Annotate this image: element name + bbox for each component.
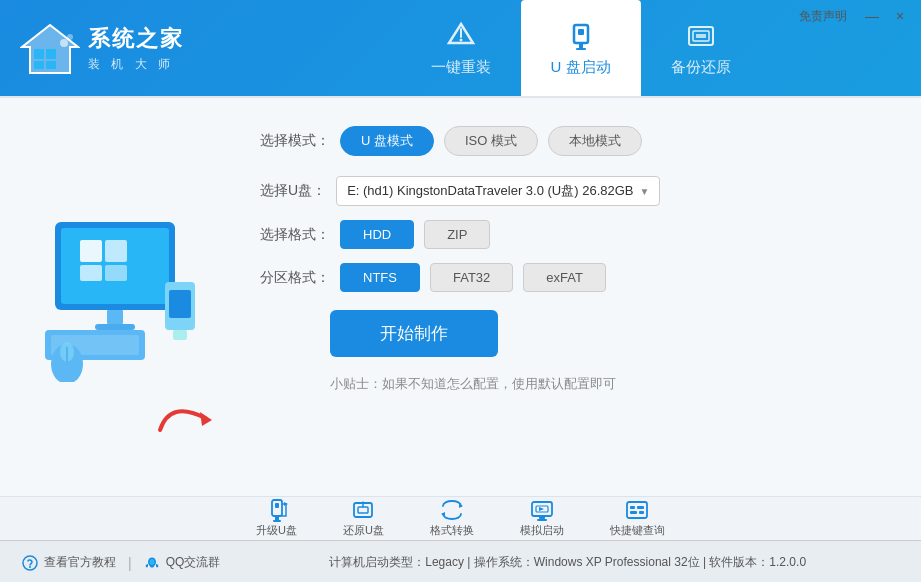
svg-point-55 [29, 566, 31, 568]
svg-rect-2 [46, 49, 56, 59]
format-convert-label: 格式转换 [430, 523, 474, 538]
svg-point-9 [459, 38, 462, 41]
upgrade-usb-label: 升级U盘 [256, 523, 297, 538]
usb-select-arrow: ▼ [640, 186, 650, 197]
svg-rect-16 [696, 34, 706, 38]
logo-text: 系统之家 装 机 大 师 [88, 24, 184, 73]
svg-rect-36 [275, 516, 279, 520]
svg-rect-51 [637, 506, 644, 509]
svg-rect-49 [627, 502, 647, 518]
partition-format-row: 分区格式： NTFS FAT32 exFAT [260, 263, 881, 292]
logo-icon [20, 21, 80, 76]
logo-area: 系统之家 装 机 大 师 [0, 21, 240, 76]
svg-rect-48 [537, 519, 547, 521]
qq-group-link[interactable]: QQ交流群 [136, 554, 229, 571]
upgrade-usb-icon [263, 499, 291, 521]
svg-point-57 [149, 559, 154, 565]
svg-rect-52 [630, 511, 637, 514]
partition-exfat-btn[interactable]: exFAT [523, 263, 606, 292]
svg-rect-21 [80, 265, 102, 281]
usb-select[interactable]: E: (hd1) KingstonDataTraveler 3.0 (U盘) 2… [336, 176, 660, 206]
mode-usb-btn[interactable]: U 盘模式 [340, 126, 434, 156]
start-button-row: 开始制作 [260, 310, 881, 357]
svg-rect-50 [630, 506, 635, 509]
svg-rect-29 [173, 330, 187, 340]
tab-reinstall[interactable]: 一键重装 [401, 0, 521, 96]
shortcut-icon [623, 499, 651, 521]
illustration-area [0, 98, 240, 496]
tab-reinstall-label: 一键重装 [431, 58, 491, 77]
usb-label: 选择U盘： [260, 182, 326, 200]
partition-label: 分区格式： [260, 269, 330, 287]
svg-rect-3 [34, 61, 44, 69]
mode-local-btn[interactable]: 本地模式 [548, 126, 642, 156]
tab-usb[interactable]: U 盘启动 [521, 0, 641, 96]
mode-label: 选择模式： [260, 132, 330, 150]
svg-rect-23 [107, 310, 123, 324]
format-zip-btn[interactable]: ZIP [424, 220, 490, 249]
title-bar: 免责声明 — × [791, 0, 921, 32]
reinstall-icon [443, 20, 479, 52]
tutorial-link[interactable]: 查看官方教程 [14, 554, 124, 571]
usb-tab-icon [563, 20, 599, 52]
shortcut-label: 快捷键查询 [610, 523, 665, 538]
sim-boot-icon [528, 499, 556, 521]
svg-rect-35 [275, 503, 279, 508]
tip-text: 小贴士：如果不知道怎么配置，使用默认配置即可 [260, 375, 881, 393]
svg-point-6 [67, 34, 73, 40]
format-hdd-btn[interactable]: HDD [340, 220, 414, 249]
svg-rect-22 [105, 265, 127, 281]
partition-ntfs-btn[interactable]: NTFS [340, 263, 420, 292]
svg-rect-11 [578, 29, 584, 35]
partition-fat32-btn[interactable]: FAT32 [430, 263, 513, 292]
svg-rect-13 [576, 48, 586, 50]
svg-point-5 [60, 39, 68, 47]
backup-icon [683, 20, 719, 52]
tutorial-icon [22, 555, 38, 571]
main-content: 选择模式： U 盘模式 ISO 模式 本地模式 选择U盘： E: (hd1) K… [0, 98, 921, 496]
tab-backup[interactable]: 备份还原 [641, 0, 761, 96]
tutorial-text: 查看官方教程 [44, 554, 116, 571]
mode-iso-btn[interactable]: ISO 模式 [444, 126, 538, 156]
toolbar-sim-boot[interactable]: 模拟启动 [512, 495, 572, 542]
toolbar-restore-usb[interactable]: 还原U盘 [335, 495, 392, 542]
disclaimer-btn[interactable]: 免责声明 [799, 8, 847, 25]
toolbar-upgrade-usb[interactable]: 升级U盘 [248, 495, 305, 542]
arrow-indicator [150, 390, 230, 444]
logo-subtitle: 装 机 大 师 [88, 56, 184, 73]
svg-rect-53 [639, 511, 644, 514]
usb-select-value: E: (hd1) KingstonDataTraveler 3.0 (U盘) 2… [347, 182, 633, 200]
svg-rect-19 [80, 240, 102, 262]
format-type-label: 选择格式： [260, 226, 330, 244]
status-info: 计算机启动类型：Legacy | 操作系统：Windows XP Profess… [228, 554, 907, 571]
qq-icon [144, 555, 160, 571]
close-button[interactable]: × [887, 6, 913, 26]
logo-title: 系统之家 [88, 24, 184, 54]
computer-illustration [25, 212, 215, 382]
minimize-button[interactable]: — [859, 6, 885, 26]
svg-rect-40 [358, 507, 368, 513]
header: 系统之家 装 机 大 师 一键重装 [0, 0, 921, 96]
usb-drive-row: 选择U盘： E: (hd1) KingstonDataTraveler 3.0 … [260, 176, 881, 206]
restore-usb-label: 还原U盘 [343, 523, 384, 538]
content-panel: 选择模式： U 盘模式 ISO 模式 本地模式 选择U盘： E: (hd1) K… [240, 98, 921, 496]
svg-rect-28 [169, 290, 191, 318]
svg-rect-1 [34, 49, 44, 59]
format-convert-icon [438, 499, 466, 521]
svg-rect-37 [273, 520, 281, 522]
sim-boot-label: 模拟启动 [520, 523, 564, 538]
status-bar: 查看官方教程 | QQ交流群 计算机启动类型：Legacy | 操作系统：Win… [0, 540, 921, 582]
svg-marker-46 [539, 507, 544, 511]
svg-rect-12 [579, 43, 583, 48]
start-button[interactable]: 开始制作 [330, 310, 498, 357]
toolbar-shortcut[interactable]: 快捷键查询 [602, 495, 673, 542]
svg-rect-24 [95, 324, 135, 330]
mode-row: 选择模式： U 盘模式 ISO 模式 本地模式 [260, 126, 881, 156]
svg-rect-4 [46, 61, 56, 69]
toolbar-format-convert[interactable]: 格式转换 [422, 495, 482, 542]
svg-rect-20 [105, 240, 127, 262]
svg-marker-33 [200, 412, 212, 426]
restore-usb-icon [349, 499, 377, 521]
svg-rect-47 [539, 516, 545, 519]
tab-usb-label: U 盘启动 [551, 58, 611, 77]
